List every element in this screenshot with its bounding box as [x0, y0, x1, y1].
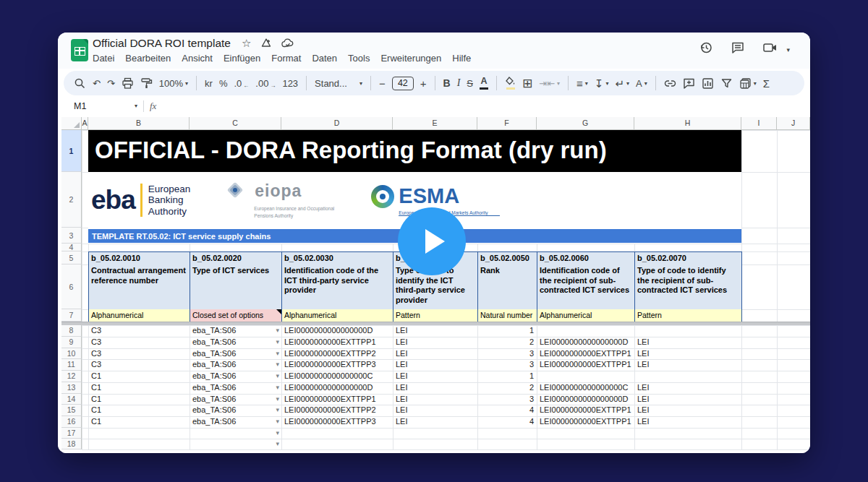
- cell-D16[interactable]: LEI0000000000EXTTPP3: [281, 416, 393, 428]
- cell-C6[interactable]: Type of ICT services: [190, 264, 282, 310]
- cell-G14[interactable]: LEI0000000000000000D: [537, 394, 634, 405]
- cell-B9[interactable]: C3: [88, 337, 190, 348]
- print-icon[interactable]: [122, 77, 134, 90]
- cell-D14[interactable]: LEI0000000000EXTTPP1: [281, 394, 393, 405]
- meet-dropdown-caret-icon[interactable]: ▾: [786, 46, 790, 53]
- cell-B5[interactable]: b_05.02.0010: [88, 251, 190, 265]
- frozen-rows-divider[interactable]: [61, 322, 810, 325]
- cell-D6[interactable]: Identification code of the ICT third-par…: [281, 264, 393, 310]
- select-all-corner[interactable]: [61, 117, 82, 130]
- comments-icon[interactable]: [731, 40, 745, 55]
- cell-E10[interactable]: LEI: [393, 348, 477, 360]
- cell-H16[interactable]: LEI: [634, 416, 741, 428]
- column-header-B[interactable]: B: [88, 117, 190, 130]
- cell-dropdown-icon[interactable]: ▾: [276, 382, 279, 394]
- cell-E13[interactable]: LEI: [393, 382, 477, 394]
- google-sheets-icon[interactable]: [71, 39, 88, 61]
- cell-H9[interactable]: LEI: [634, 337, 741, 348]
- cell-C11[interactable]: eba_TA:S06▾: [190, 359, 281, 371]
- row-header-1[interactable]: 1: [61, 130, 82, 172]
- cell-B8[interactable]: C3: [88, 325, 190, 337]
- cell-F12[interactable]: 1: [477, 371, 537, 382]
- column-header-C[interactable]: C: [190, 117, 281, 130]
- row-header-17[interactable]: 17: [61, 428, 82, 439]
- meet-camera-icon[interactable]: [762, 41, 778, 54]
- cell-D5[interactable]: b_05.02.0030: [281, 251, 393, 265]
- currency-format-button[interactable]: kr: [205, 78, 213, 89]
- row-header-18[interactable]: 18: [61, 439, 82, 449]
- star-icon[interactable]: ☆: [242, 37, 251, 50]
- cell-G16[interactable]: LEI0000000000EXTTPP1: [537, 416, 634, 428]
- cell-D9[interactable]: LEI0000000000EXTTPP1: [281, 337, 393, 348]
- cell-dropdown-icon[interactable]: ▾: [276, 371, 279, 382]
- cell-G11[interactable]: LEI0000000000EXTTPP1: [537, 359, 634, 371]
- cell-F11[interactable]: 3: [477, 359, 537, 371]
- undo-icon[interactable]: ↶: [93, 78, 101, 89]
- cell-C16[interactable]: eba_TA:S06▾: [190, 416, 281, 428]
- menu-daten[interactable]: Daten: [312, 53, 337, 64]
- cell-D12[interactable]: LEI0000000000000000C: [281, 371, 393, 382]
- bold-button[interactable]: B: [443, 77, 451, 89]
- cell-H11[interactable]: LEI: [634, 359, 741, 371]
- cell-dropdown-icon[interactable]: ▾: [276, 416, 279, 428]
- cell-F7[interactable]: Natural number: [477, 309, 537, 322]
- row-header-3[interactable]: 3: [61, 228, 82, 244]
- search-icon[interactable]: [74, 77, 86, 90]
- cell-D13[interactable]: LEI0000000000000000D: [281, 382, 393, 394]
- cell-dropdown-icon[interactable]: ▾: [276, 428, 279, 439]
- cloud-status-icon[interactable]: [281, 38, 294, 48]
- redo-icon[interactable]: ↷: [107, 78, 115, 89]
- cell-dropdown-icon[interactable]: ▾: [276, 405, 279, 416]
- cell-H15[interactable]: LEI: [634, 405, 741, 416]
- cell-dropdown-icon[interactable]: ▾: [276, 325, 279, 337]
- cell-G8[interactable]: [537, 325, 634, 337]
- cell-B7[interactable]: Alphanumerical: [88, 309, 190, 322]
- cell-E14[interactable]: LEI: [393, 394, 477, 405]
- cell-dropdown-icon[interactable]: ▾: [276, 439, 279, 449]
- menu-tools[interactable]: Tools: [348, 53, 370, 64]
- name-box[interactable]: M1▾: [58, 101, 137, 111]
- column-header-J[interactable]: J: [777, 117, 810, 130]
- cell-H13[interactable]: LEI: [634, 382, 741, 394]
- cell-F6[interactable]: Rank: [477, 264, 537, 310]
- column-header-E[interactable]: E: [393, 117, 477, 130]
- cell-G12[interactable]: [537, 371, 634, 382]
- insert-chart-icon[interactable]: [702, 77, 714, 90]
- cell-H7[interactable]: Pattern: [634, 309, 742, 322]
- cell-F5[interactable]: b_05.02.0050: [477, 251, 537, 265]
- cell-E7[interactable]: Pattern: [393, 309, 478, 322]
- cell-F13[interactable]: 2: [477, 382, 537, 394]
- cell-C10[interactable]: eba_TA:S06▾: [190, 348, 281, 360]
- column-header-I[interactable]: I: [741, 117, 777, 130]
- cell-G5[interactable]: b_05.02.0060: [537, 251, 635, 265]
- insert-link-icon[interactable]: [664, 77, 676, 90]
- title-banner-cell[interactable]: OFFICIAL - DORA Reporting Format (dry ru…: [88, 130, 741, 172]
- cell-dropdown-icon[interactable]: ▾: [276, 337, 279, 348]
- cell-dropdown-icon[interactable]: ▾: [276, 348, 279, 360]
- row-header-15[interactable]: 15: [61, 405, 82, 416]
- text-wrap-button[interactable]: ↵▾: [615, 78, 629, 89]
- cell-D10[interactable]: LEI0000000000EXTTPP2: [281, 348, 393, 360]
- cell-E12[interactable]: LEI: [393, 371, 477, 382]
- fill-color-button[interactable]: [505, 77, 516, 90]
- row-header-7[interactable]: 7: [61, 309, 82, 322]
- text-rotation-button[interactable]: A▾: [636, 78, 647, 89]
- menu-einfuegen[interactable]: Einfügen: [224, 53, 260, 64]
- cell-G13[interactable]: LEI0000000000000000C: [537, 382, 634, 394]
- paint-format-icon[interactable]: [140, 77, 153, 90]
- cell-D7[interactable]: Alphanumerical: [281, 309, 393, 322]
- cell-H10[interactable]: LEI: [634, 348, 741, 360]
- cell-G6[interactable]: Identification code of the recipient of …: [537, 264, 635, 310]
- row-header-8[interactable]: 8: [61, 325, 82, 337]
- cell-C7[interactable]: Closed set of options: [190, 309, 282, 322]
- strikethrough-button[interactable]: S: [467, 78, 473, 89]
- row-header-4[interactable]: 4: [61, 244, 82, 251]
- decrease-decimal-button[interactable]: .0←: [234, 78, 249, 89]
- cell-B11[interactable]: C3: [88, 359, 190, 371]
- row-header-2[interactable]: 2: [61, 172, 82, 228]
- cell-H6[interactable]: Type of code to identify the recipient o…: [634, 264, 742, 310]
- document-title[interactable]: Official DORA ROI template: [93, 37, 231, 50]
- cell-F8[interactable]: 1: [477, 325, 537, 337]
- cell-E15[interactable]: LEI: [393, 405, 477, 416]
- cell-H8[interactable]: [634, 325, 741, 337]
